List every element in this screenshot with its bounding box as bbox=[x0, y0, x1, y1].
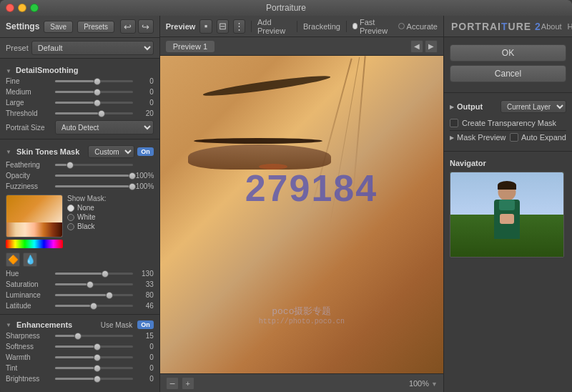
preview-image: 279184 poco摄影专题 http://photo.poco.cn bbox=[160, 56, 443, 373]
toolbar-sep3 bbox=[346, 21, 347, 32]
skin-tones-dropdown[interactable]: Custom bbox=[88, 145, 134, 158]
preview-label: Preview bbox=[166, 22, 196, 31]
output-section: ▶ Output Current Layer Create Transparen… bbox=[444, 96, 572, 148]
output-toggle[interactable]: ▶ bbox=[450, 104, 454, 110]
next-arrow[interactable]: ▶ bbox=[425, 40, 438, 53]
portrait-size-row: Portrait Size Auto Detect bbox=[0, 119, 159, 136]
radio-white-dot[interactable] bbox=[67, 214, 74, 221]
color-picker-area: Show Mask: None White Black bbox=[6, 195, 154, 248]
zoom-in-button[interactable]: + bbox=[182, 377, 194, 390]
prev-arrow[interactable]: ◀ bbox=[410, 40, 423, 53]
accurate-radio[interactable]: Accurate bbox=[398, 22, 438, 31]
detail-smoothing-toggle[interactable]: ▼ bbox=[6, 68, 11, 74]
portrait-size-select[interactable]: Auto Detect bbox=[55, 120, 154, 134]
right-actions: OK Cancel bbox=[444, 37, 572, 89]
minimize-button[interactable] bbox=[18, 4, 26, 12]
create-transparency-checkbox[interactable] bbox=[450, 119, 458, 127]
settings-title: Settings bbox=[6, 21, 39, 31]
watermark-line2: http://photo.poco.cn bbox=[259, 318, 345, 325]
ok-button[interactable]: OK bbox=[450, 44, 566, 62]
help-link[interactable]: Help bbox=[568, 22, 572, 31]
preset-select[interactable]: Default bbox=[31, 41, 154, 55]
preview-toolbar: Preview ▪ ⊟ ⋮ Add Preview Bracketing Fas… bbox=[160, 16, 443, 37]
color-swatch[interactable] bbox=[6, 195, 63, 237]
preset-row: Preset Default bbox=[0, 38, 159, 59]
bracketing-btn[interactable]: Bracketing bbox=[303, 22, 340, 31]
mask-preview-label: Mask Preview bbox=[457, 133, 507, 142]
eyedropper-remove[interactable]: 💧 bbox=[23, 253, 37, 267]
left-scroll: ▼ DetailSmoothing Fine 0 Medium 0 bbox=[0, 59, 159, 392]
slider-tint: Tint 0 bbox=[0, 363, 159, 373]
accurate-dot[interactable] bbox=[398, 23, 405, 29]
window-controls[interactable] bbox=[6, 4, 39, 12]
slider-brightness: Brightness 0 bbox=[0, 373, 159, 384]
radio-none[interactable]: None bbox=[67, 204, 106, 212]
watermark: poco摄影专题 http://photo.poco.cn bbox=[259, 305, 345, 325]
eyelashes bbox=[194, 138, 322, 144]
preview-area: 279184 poco摄影专题 http://photo.poco.cn bbox=[160, 56, 443, 373]
radio-none-dot[interactable] bbox=[67, 205, 74, 212]
slider-fine: Fine 0 bbox=[0, 76, 159, 87]
enhancements-badge: On bbox=[137, 320, 154, 329]
save-button[interactable]: Save bbox=[44, 21, 73, 33]
right-panel: PORTRAITURE 2 About Help OK Cancel ▶ Out… bbox=[443, 16, 572, 392]
presets-button[interactable]: Presets bbox=[77, 21, 114, 33]
undo-button[interactable]: ↩ bbox=[120, 19, 136, 34]
toolbar-sep1 bbox=[251, 21, 252, 32]
skin-tones-header: ▼ Skin Tones Mask Custom On bbox=[0, 142, 159, 160]
output-select[interactable]: Current Layer bbox=[500, 100, 566, 113]
slider-saturation: Saturation 33 bbox=[0, 279, 159, 290]
about-link[interactable]: About bbox=[541, 22, 562, 31]
view-split-icon[interactable]: ⊟ bbox=[217, 19, 229, 34]
left-header: Settings Save Presets ↩ ↪ bbox=[0, 16, 159, 38]
slider-opacity: Opacity 100% bbox=[0, 170, 159, 181]
radio-white[interactable]: White bbox=[67, 213, 106, 221]
slider-fuzziness: Fuzziness 100% bbox=[0, 181, 159, 192]
add-preview-btn[interactable]: Add Preview bbox=[257, 18, 291, 35]
close-button[interactable] bbox=[6, 4, 14, 12]
create-transparency-label: Create Transparency Mask bbox=[462, 119, 556, 127]
eyebrow bbox=[202, 72, 331, 99]
fast-preview-radio[interactable]: Fast Preview bbox=[352, 18, 394, 35]
fast-preview-dot[interactable] bbox=[352, 23, 358, 29]
enhancements-header: ▼ Enhancements Use Mask On bbox=[0, 318, 159, 330]
navigator-title: Navigator bbox=[450, 159, 566, 167]
nav-camera bbox=[500, 214, 514, 224]
zoom-level: 100% ▼ bbox=[409, 379, 438, 388]
output-header: ▶ Output Current Layer bbox=[450, 100, 566, 113]
slider-latitude: Latitude 46 bbox=[0, 300, 159, 311]
skin-tones-badge: On bbox=[137, 147, 154, 156]
slider-luminance: Luminance 80 bbox=[0, 290, 159, 300]
redo-button[interactable]: ↪ bbox=[138, 19, 154, 34]
slider-softness: Softness 0 bbox=[0, 341, 159, 352]
auto-expand-label: Auto Expand bbox=[521, 133, 566, 142]
title-bar: Portraiture bbox=[0, 0, 572, 16]
view-single-icon[interactable]: ▪ bbox=[199, 19, 212, 34]
left-panel: Settings Save Presets ↩ ↪ Preset Default… bbox=[0, 16, 160, 392]
brand-name: PORTRAITURE 2 bbox=[451, 21, 541, 32]
create-transparency-row: Create Transparency Mask bbox=[450, 117, 566, 129]
detail-smoothing-title: ▼ DetailSmoothing bbox=[0, 63, 159, 76]
slider-sharpness: Sharpness 15 bbox=[0, 330, 159, 341]
cancel-button[interactable]: Cancel bbox=[450, 65, 566, 82]
auto-expand-checkbox[interactable] bbox=[510, 133, 518, 142]
preview-tab-1[interactable]: Preview 1 bbox=[166, 41, 214, 52]
show-mask-area: Show Mask: None White Black bbox=[67, 195, 106, 248]
app-title: Portraiture bbox=[266, 3, 306, 13]
middle-panel: Preview ▪ ⊟ ⋮ Add Preview Bracketing Fas… bbox=[160, 16, 443, 392]
radio-black-dot[interactable] bbox=[67, 223, 74, 230]
output-label: Output bbox=[457, 102, 498, 111]
radio-black[interactable]: Black bbox=[67, 222, 106, 230]
eyedropper-row: 🔶 💧 bbox=[0, 251, 159, 268]
zoom-out-button[interactable]: − bbox=[166, 377, 179, 390]
slider-feathering: Feathering bbox=[0, 160, 159, 170]
preview-bottom-bar: − + 100% ▼ bbox=[160, 373, 443, 392]
maximize-button[interactable] bbox=[30, 4, 39, 12]
show-mask-label: Show Mask: bbox=[67, 195, 106, 202]
hue-bar[interactable] bbox=[6, 240, 63, 248]
right-links: About Help bbox=[541, 22, 572, 31]
watermark-line1: poco摄影专题 bbox=[259, 305, 345, 318]
view-multi-icon[interactable]: ⋮ bbox=[233, 19, 245, 34]
mask-preview-arrow[interactable]: ▶ bbox=[450, 134, 454, 141]
eyedropper-add[interactable]: 🔶 bbox=[6, 253, 20, 267]
